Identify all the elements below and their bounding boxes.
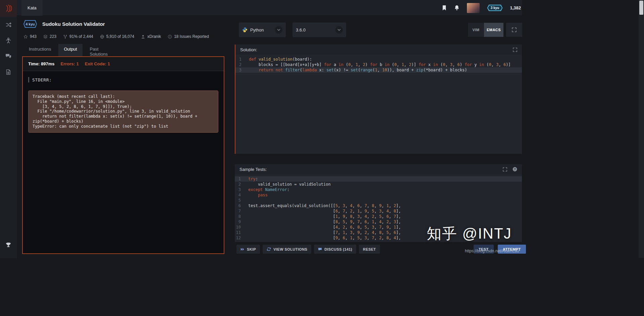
docs-icon[interactable]	[0, 64, 17, 80]
language-select[interactable]: Python	[239, 22, 286, 37]
code-text: return not filter(lambda x: set(x) != se…	[246, 67, 467, 73]
code-line-5[interactable]: 5	[235, 198, 522, 203]
chevron-down-icon	[275, 26, 282, 34]
fork-icon	[63, 35, 67, 39]
code-line-2[interactable]: 2 blocks = [[board[x+a][y+b] for a in (0…	[235, 62, 522, 67]
stat-text: 91% of 2,444	[69, 34, 93, 39]
globe-icon	[100, 35, 104, 39]
honor-points: 1,382	[510, 5, 521, 10]
run-summary: Time: 897ms Errors: 1 Exit Code: 1	[23, 57, 224, 71]
info-icon	[168, 35, 172, 39]
stderr-label: STDERR:	[28, 77, 218, 82]
line-number: 2	[235, 62, 246, 67]
line-number: 1	[235, 176, 245, 182]
language-controls: Python 3.6.0	[239, 22, 346, 37]
user-icon	[141, 35, 145, 39]
trophy-icon[interactable]	[0, 242, 17, 249]
code-text: [7, 1, 3, 9, 2, 4, 8, 5, 6],	[245, 230, 401, 235]
kata-stat: 5,910 of 16,074	[100, 34, 134, 39]
discuss-button[interactable]: DISCUSS (141)	[314, 245, 356, 254]
topbar-kata-tab[interactable]: Kata	[21, 0, 43, 16]
view-solutions-label: VIEW SOLUTIONS	[273, 247, 307, 251]
chat-icon[interactable]	[0, 48, 17, 64]
code-text: [8, 5, 9, 7, 6, 1, 4, 2, 3],	[245, 219, 401, 225]
stat-text: 5,910 of 16,074	[106, 34, 134, 39]
code-text: blocks = [[board[x+a][y+b] for a in (0, …	[246, 62, 511, 67]
watermark-small: https://blog.csdn.net/AidenLau	[465, 249, 519, 253]
view-solutions-icon	[267, 247, 271, 251]
bookmark-icon[interactable]	[442, 5, 447, 11]
code-line-4[interactable]: 4 pass	[235, 192, 522, 198]
kata-stat: 18 Issues Reported	[168, 34, 209, 39]
run-time: Time: 897ms	[28, 61, 55, 66]
code-line-6[interactable]: 6test.assert_equals(valid_solution([[5, …	[235, 203, 522, 208]
reset-button[interactable]: RESET	[359, 245, 380, 254]
version-select[interactable]: 3.6.0	[292, 22, 346, 37]
community-icon[interactable]	[0, 33, 17, 48]
stat-text: 943	[30, 34, 37, 39]
sample-tests-header: Sample Tests: ?	[235, 164, 522, 174]
kata-rank-badge: 4 kyu	[23, 20, 37, 28]
line-number: 9	[235, 219, 245, 225]
output-panel: Time: 897ms Errors: 1 Exit Code: 1 STDER…	[22, 56, 224, 254]
bell-icon[interactable]	[454, 5, 460, 11]
emacs-button[interactable]: EMACS	[484, 23, 503, 37]
scrollbar-thumb[interactable]	[639, 1, 643, 15]
code-line-2[interactable]: 2 valid_solution = validSolution	[235, 182, 522, 187]
line-number: 10	[235, 225, 245, 230]
code-line-8[interactable]: 8 [1, 9, 8, 3, 4, 2, 5, 6, 7],	[235, 214, 522, 219]
code-text: test.assert_equals(valid_solution([[5, 3…	[245, 203, 401, 208]
code-text: [9, 6, 1, 5, 3, 7, 2, 8, 4],	[245, 235, 401, 241]
user-rank-badge: 3 kyu	[487, 5, 502, 11]
output-body: STDERR: Traceback (most recent call last…	[23, 71, 224, 139]
discuss-label: DISCUSS (141)	[324, 247, 352, 251]
code-line-1[interactable]: 1try:	[235, 176, 522, 182]
code-text: try:	[245, 176, 258, 182]
code-text: pass	[245, 192, 268, 198]
stderr-marker	[28, 77, 29, 82]
layers-icon	[43, 35, 48, 39]
line-number: 11	[235, 230, 245, 235]
exit-code: Exit Code: 1	[85, 61, 110, 66]
topbar-right-cluster: 3 kyu 1,382	[442, 0, 521, 16]
view-solutions-button[interactable]: VIEW SOLUTIONS	[263, 245, 311, 254]
stderr-text: STDERR:	[32, 77, 52, 82]
topbar: Kata 3 kyu 1,382	[17, 0, 522, 16]
codewars-logo[interactable]	[0, 0, 17, 17]
scrollbar	[639, 0, 644, 258]
kata-stat: 91% of 2,444	[63, 34, 93, 39]
vim-button[interactable]: VIM	[468, 23, 484, 37]
line-number: 2	[235, 182, 245, 187]
line-number: 6	[235, 203, 245, 208]
line-number: 5	[235, 198, 245, 203]
kata-stats: 94322391% of 2,4445,910 of 16,074xDranik…	[23, 34, 209, 39]
line-number: 12	[235, 235, 245, 241]
sample-tests-title: Sample Tests:	[239, 167, 267, 172]
code-line-3[interactable]: 3except NameError:	[235, 187, 522, 192]
fullscreen-button[interactable]	[506, 23, 522, 37]
code-line-3[interactable]: 3 return not filter(lambda x: set(x) != …	[235, 67, 522, 73]
expand-icon[interactable]	[513, 48, 517, 52]
kata-stat: 223	[43, 34, 56, 39]
language-value: Python	[250, 27, 264, 33]
app-sidebar	[0, 0, 17, 258]
practice-icon[interactable]	[0, 17, 17, 33]
kata-stat[interactable]: xDranik	[141, 34, 161, 39]
action-bar: SKIP VIEW SOLUTIONS DISCUSS (141) RESET	[236, 245, 380, 254]
solution-editor[interactable]: 1def valid_solution(board):2 blocks = [[…	[235, 55, 522, 154]
skip-button[interactable]: SKIP	[236, 245, 260, 254]
traceback-box: Traceback (most recent call last): File …	[28, 90, 218, 133]
skip-label: SKIP	[247, 247, 256, 251]
watermark-big: 知乎 @INTJ	[427, 224, 512, 244]
discuss-icon	[318, 248, 322, 251]
expand-icon[interactable]	[503, 167, 507, 172]
errors-count: Errors: 1	[61, 61, 79, 66]
star-icon	[23, 35, 28, 39]
user-rank-text: 3 kyu	[491, 6, 499, 10]
help-icon[interactable]: ?	[513, 167, 517, 172]
code-text: valid_solution = validSolution	[245, 182, 331, 187]
code-text: def valid_solution(board):	[246, 57, 312, 62]
code-line-7[interactable]: 7 [6, 7, 2, 1, 9, 5, 3, 4, 8],	[235, 208, 522, 214]
code-line-1[interactable]: 1def valid_solution(board):	[235, 57, 522, 62]
avatar[interactable]	[467, 3, 480, 13]
